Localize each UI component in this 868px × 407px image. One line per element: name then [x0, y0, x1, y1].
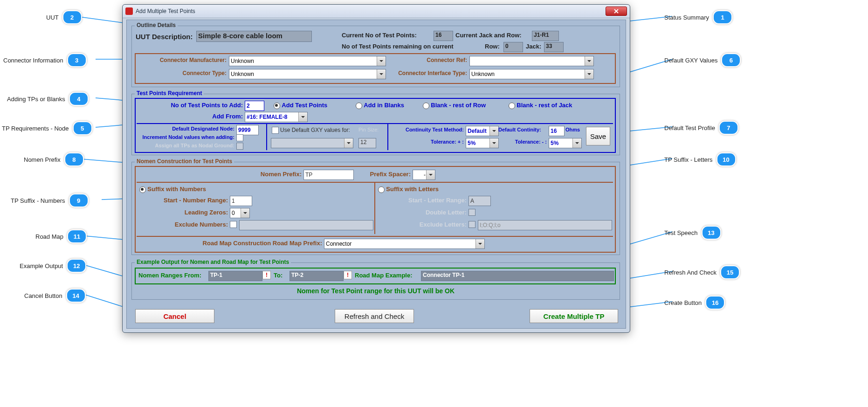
warn-icon[interactable]: ! — [262, 271, 271, 279]
dialog-window: Add Multiple Test Points Outline Details… — [122, 4, 630, 333]
nomen-box: Nomen Prefix: Prefix Spacer: - Suffix wi… — [135, 166, 616, 253]
callout-num: 16 — [705, 296, 725, 310]
leading-zeros-label: Leading Zeros: — [137, 209, 228, 216]
conn-type-select[interactable]: Unknown — [229, 69, 386, 79]
conn-if-select[interactable]: Unknown — [469, 69, 594, 79]
refresh-button[interactable]: Refresh and Check — [335, 309, 414, 323]
radio-blank-jack[interactable]: Blank - rest of Jack — [509, 102, 572, 109]
callout-label: Adding TPs or Blanks — [7, 96, 65, 103]
chevron-down-icon — [489, 138, 498, 148]
tp-req-box: No of Test Points to Add: Add From: #16:… — [135, 98, 616, 153]
callout-num: 5 — [73, 121, 92, 135]
chevron-down-icon — [298, 112, 307, 122]
excl-let-label: Exclude Letters: — [375, 221, 467, 228]
node-cell: Default Designated Node: Increment Nodal… — [137, 124, 267, 150]
suffix-let-cell: Suffix with Letters Start - Letter Range… — [375, 183, 613, 234]
conn-type-label: Connector Type: — [136, 70, 227, 76]
radio-add-tp[interactable]: Add Test Points — [274, 102, 327, 109]
cur-jr-label: Current Jack and Row: — [455, 32, 522, 39]
callout-num: 2 — [62, 10, 82, 24]
to-label: To: — [274, 272, 282, 279]
create-button[interactable]: Create Multiple TP — [530, 309, 618, 323]
ranges-from-value: TP-1 — [208, 271, 262, 281]
start-num-input[interactable] — [230, 196, 252, 206]
window-title: Add Multiple Test Points — [136, 8, 195, 14]
excl-let-check[interactable] — [468, 221, 475, 228]
excl-num-input[interactable] — [239, 220, 373, 230]
inc-nodal-label: Increment Nodal values when adding: — [137, 134, 234, 140]
conn-mfr-select[interactable]: Unknown — [229, 56, 386, 66]
nomen-prefix-label: Nomen Prefix: — [136, 171, 302, 178]
start-let-input[interactable] — [468, 196, 491, 206]
ohms-label: Ohms — [565, 127, 580, 132]
save-button[interactable]: Save — [586, 127, 610, 145]
row-label: Row: — [485, 43, 500, 50]
callout-label: Default Test Profile — [664, 124, 715, 131]
radio-suffix-letters[interactable]: Suffix with Letters — [378, 186, 439, 193]
tol-minus-select[interactable]: 5% — [549, 138, 582, 148]
callout-label: Cancel Button — [24, 292, 62, 299]
ranges-from-label: Nomen Ranges From: — [138, 272, 201, 279]
cancel-button[interactable]: Cancel — [135, 309, 214, 323]
example-legend: Example Output for Nomen and Road Map fo… — [135, 259, 291, 265]
excl-num-check[interactable] — [230, 221, 237, 228]
roadmap-select[interactable]: Connector — [324, 239, 485, 249]
assign-nodal-label: Assign all TPs as Nodal Ground: — [137, 143, 234, 148]
chevron-down-icon — [377, 56, 386, 66]
inc-nodal-check[interactable] — [236, 134, 243, 141]
assign-nodal-check[interactable] — [236, 143, 243, 150]
radio-blank-row[interactable]: Blank - rest of Row — [423, 102, 486, 109]
close-button[interactable] — [606, 7, 627, 16]
dbl-let-check[interactable] — [468, 209, 475, 216]
leading-zeros-select[interactable]: 0 — [230, 208, 250, 218]
callout-num: 4 — [69, 92, 89, 106]
conn-ref-label: Connector Ref: — [394, 57, 467, 63]
callout-label: UUT — [46, 14, 59, 21]
callout-num: 11 — [67, 229, 87, 243]
gxy-select[interactable] — [271, 138, 353, 148]
prefix-spacer-label: Prefix Spacer: — [359, 171, 411, 178]
suffix-row: Suffix with Numbers Start - Number Range… — [137, 182, 613, 237]
callout-num: 15 — [720, 265, 740, 279]
chevron-down-icon — [377, 69, 386, 79]
callout-label: Example Output — [20, 262, 63, 269]
start-num-label: Start - Number Range: — [137, 197, 228, 204]
outline-legend: Outline Details — [135, 22, 178, 28]
prefix-spacer-select[interactable]: - — [413, 170, 435, 180]
cur-tp-label: Current No of Test Points: — [342, 32, 417, 39]
conn-mfr-label: Connector Manufacturer: — [136, 57, 227, 63]
chevron-down-icon — [489, 126, 498, 136]
use-gxy-check[interactable] — [272, 127, 279, 134]
start-let-label: Start - Letter Range: — [375, 197, 467, 204]
callout-label: TP Requirements - Node — [2, 125, 69, 132]
status-msg: Nomen for Test Point range for this UUT … — [132, 287, 620, 295]
conn-ref-select[interactable] — [469, 56, 594, 66]
radio-add-blanks[interactable]: Add in Blanks — [356, 102, 404, 109]
excl-let-input[interactable] — [478, 220, 612, 230]
num-add-label: No of Test Points to Add: — [136, 102, 243, 109]
warn-icon[interactable]: ! — [344, 271, 352, 279]
cont-method-select[interactable]: Default — [466, 126, 499, 136]
callout-label: Default GXY Values — [664, 57, 717, 64]
titlebar[interactable]: Add Multiple Test Points — [123, 5, 630, 18]
conn-if-label: Connector Interface Type: — [385, 70, 467, 76]
tol-plus-select[interactable]: 5% — [466, 138, 499, 148]
callout-label: Connector Information — [3, 57, 63, 64]
add-from-select[interactable]: #16: FEMALE-8 — [245, 112, 308, 122]
callout-num: 3 — [67, 53, 87, 67]
num-add-input[interactable] — [245, 101, 264, 111]
callout-num: 8 — [64, 152, 84, 166]
chevron-down-icon — [572, 138, 581, 148]
nomen-prefix-input[interactable] — [303, 170, 354, 180]
suffix-num-cell: Suffix with Numbers Start - Number Range… — [137, 183, 375, 234]
callout-num: 7 — [719, 121, 738, 135]
def-node-label: Default Designated Node: — [137, 126, 234, 131]
tp-req-subrow: Default Designated Node: Increment Nodal… — [137, 123, 613, 151]
radio-suffix-numbers[interactable]: Suffix with Numbers — [139, 186, 206, 193]
excl-num-label: Exclude Numbers: — [137, 221, 228, 228]
def-cont-input[interactable] — [549, 126, 565, 136]
def-node-input[interactable] — [236, 125, 259, 135]
callout-label: Test Speech — [664, 229, 698, 236]
jack-value: 33 — [544, 42, 564, 52]
uut-desc-label: UUT Description: — [136, 33, 196, 41]
